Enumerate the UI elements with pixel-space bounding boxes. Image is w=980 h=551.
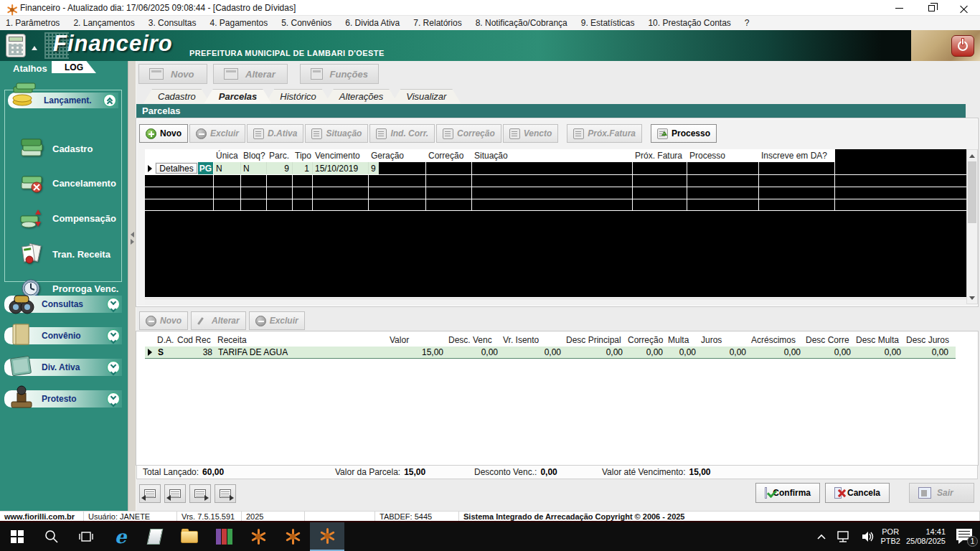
nav-next-button[interactable] — [189, 484, 211, 503]
sidebar-item-cadastro[interactable]: Cadastro — [19, 138, 93, 159]
cross-icon — [834, 487, 842, 499]
parcela-row-selected[interactable]: Detalhes PG N N 9 1 15/10/2019 9 — [145, 162, 966, 174]
receita-excluir-button[interactable]: Excluir — [249, 311, 305, 330]
record-tabs: Cadastro Parcelas Histórico Alterações V… — [143, 89, 455, 103]
fiorilli-app-button[interactable] — [241, 522, 275, 551]
file-explorer-button[interactable] — [172, 522, 207, 551]
menu-convenios[interactable]: 5. Convênios — [281, 18, 331, 28]
parcela-indcorr-button[interactable]: Ind. Corr. — [369, 124, 435, 143]
parcelas-vertical-scrollbar[interactable] — [966, 149, 978, 304]
menu-relatorios[interactable]: 7. Relatórios — [413, 18, 461, 28]
receita-novo-button[interactable]: Novo — [139, 311, 188, 330]
menu-pagamentos[interactable]: 4. Pagamentos — [209, 18, 268, 28]
main-content: Novo Alterar Funções Cadastro Parcelas H… — [136, 61, 980, 511]
novo-record-button[interactable]: Novo — [138, 64, 207, 84]
sair-button[interactable]: Sair — [909, 483, 974, 503]
sidebar-item-tran-receita[interactable]: Tran. Receita — [19, 242, 110, 265]
menu-estatisticas[interactable]: 9. Estatísticas — [581, 18, 635, 28]
check-icon — [765, 487, 767, 499]
detalhes-button[interactable]: Detalhes — [156, 163, 197, 174]
tab-alteracoes[interactable]: Alterações — [325, 89, 397, 103]
confirma-button[interactable]: Confirma — [755, 483, 820, 503]
expand-chevron-icon[interactable] — [107, 361, 120, 374]
collapse-chevron-icon[interactable] — [103, 94, 116, 107]
status-site: www.fiorilli.com.br — [0, 512, 84, 521]
parcela-row-empty[interactable] — [145, 199, 966, 211]
fiorilli-app-button[interactable] — [275, 522, 310, 551]
sidebar-group-protesto[interactable]: Protesto — [4, 390, 122, 408]
sidebar-group-div-ativa[interactable]: Div. Ativa — [4, 359, 122, 376]
parcela-row-empty[interactable] — [145, 174, 966, 187]
expand-chevron-icon[interactable] — [107, 392, 120, 405]
sidebar-group-convenio[interactable]: Convênio — [4, 327, 122, 344]
funcoes-button[interactable]: Funções — [300, 64, 379, 84]
search-button[interactable] — [34, 522, 69, 551]
parcela-row-empty[interactable] — [145, 187, 966, 199]
network-tray-button[interactable] — [831, 522, 856, 551]
power-exit-button[interactable] — [951, 35, 974, 57]
receipt-transfer-icon — [19, 242, 44, 265]
tab-parcelas[interactable]: Parcelas — [204, 89, 272, 103]
start-button[interactable] — [0, 522, 34, 551]
menu-parametros[interactable]: 1. Parâmetros — [6, 18, 60, 28]
task-view-button[interactable] — [69, 522, 103, 551]
log-tab[interactable]: LOG — [52, 61, 96, 73]
sidebar-item-compensacao[interactable]: Compensação — [19, 207, 116, 229]
scrollbar-thumb[interactable] — [968, 161, 976, 223]
tab-visualizar[interactable]: Visualizar — [392, 89, 461, 103]
sidebar-splitter[interactable] — [128, 61, 136, 511]
expand-chevron-icon[interactable] — [107, 298, 120, 311]
parcela-novo-button[interactable]: Novo — [139, 124, 188, 143]
menu-prestacao[interactable]: 10. Prestação Contas — [648, 18, 730, 28]
parcela-processo-button[interactable]: Processo — [651, 124, 717, 143]
close-button[interactable] — [948, 0, 980, 16]
clock[interactable]: 14:41 25/08/2025 — [900, 527, 951, 546]
caret-up-icon[interactable] — [32, 46, 37, 50]
calculator-icon[interactable] — [6, 34, 26, 57]
tray-expand-button[interactable] — [811, 522, 831, 551]
menu-divida-ativa[interactable]: 6. Divida Ativa — [345, 18, 400, 28]
valor-parcela-label: Valor da Parcela: — [335, 467, 400, 477]
fiorilli-app-button-active[interactable] — [310, 522, 344, 551]
sidebar-group-consultas[interactable]: Consultas — [4, 296, 122, 313]
minimize-button[interactable] — [883, 0, 915, 16]
group-header-lancamento[interactable]: Lançament. — [8, 93, 118, 108]
internet-explorer-button[interactable]: e — [103, 522, 138, 551]
receita-row-selected[interactable]: S 38 TARIFA DE AGUA 15,00 0,00 0,00 0,00… — [145, 347, 956, 359]
grid-empty-area — [145, 211, 966, 297]
nav-first-button[interactable] — [139, 484, 161, 503]
parcelas-grid: Única Bloq? Parc. Tipo Vencimento Geraçã… — [145, 149, 966, 297]
col-unica: Única — [214, 149, 241, 162]
parcelas-horizontal-scrollbar[interactable] — [145, 298, 966, 306]
alterar-record-button[interactable]: Alterar — [213, 64, 288, 84]
notepad-app-button[interactable] — [138, 522, 172, 551]
menu-help[interactable]: ? — [745, 18, 750, 28]
scroll-up-icon[interactable] — [968, 151, 976, 161]
cell-tipo: 1 — [293, 162, 313, 174]
language-indicator[interactable]: POR PTB2 — [880, 527, 900, 546]
menu-notificacao[interactable]: 8. Notificação/Cobrança — [476, 18, 567, 28]
nav-last-button[interactable] — [215, 484, 236, 503]
receita-alterar-button[interactable]: Alterar — [191, 311, 246, 330]
restore-button[interactable] — [915, 0, 948, 16]
parcela-excluir-button[interactable]: Excluir — [189, 124, 245, 143]
parcela-vencto-button[interactable]: Vencto — [503, 124, 559, 143]
sidebar-item-cancelamento[interactable]: Cancelamento — [19, 172, 116, 194]
expand-chevron-icon[interactable] — [107, 329, 120, 342]
parcela-dativa-button[interactable]: D.Ativa — [247, 124, 303, 143]
menu-consultas[interactable]: 3. Consultas — [149, 18, 197, 28]
volume-tray-button[interactable] — [856, 522, 880, 551]
parcela-proxfatura-button[interactable]: Próx.Fatura — [567, 124, 642, 143]
parcela-correcao-button[interactable]: Correção — [436, 124, 501, 143]
menu-lancamentos[interactable]: 2. Lançamentos — [73, 18, 134, 28]
action-center-button[interactable]: 1 — [951, 522, 980, 551]
tab-cadastro[interactable]: Cadastro — [143, 89, 210, 103]
clock-date: 25/08/2025 — [906, 537, 946, 546]
scroll-down-icon[interactable] — [968, 293, 976, 303]
tab-historico[interactable]: Histórico — [265, 89, 331, 103]
winrar-button[interactable] — [207, 522, 241, 551]
cancela-button[interactable]: Cancela — [825, 483, 890, 503]
parcela-situacao-button[interactable]: Situação — [305, 124, 368, 143]
nav-previous-button[interactable] — [164, 484, 186, 503]
cell-acrescimos: 0,00 — [749, 347, 804, 358]
